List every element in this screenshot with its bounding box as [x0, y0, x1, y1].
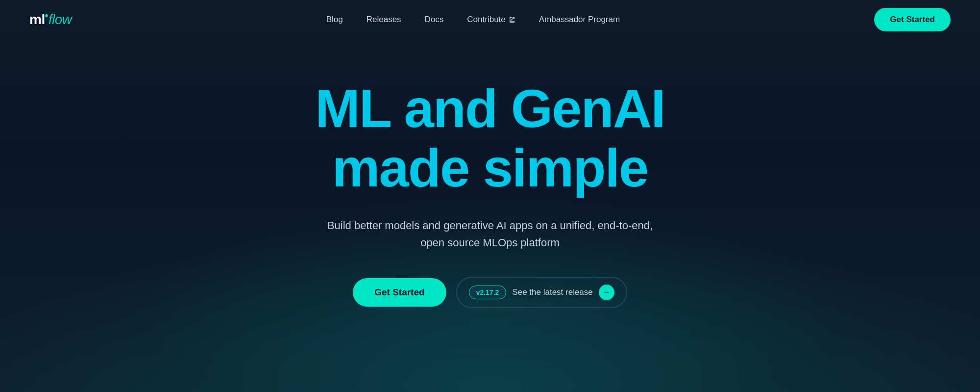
logo-flow: flow — [49, 12, 72, 27]
logo[interactable]: mlflow — [29, 12, 72, 27]
hero-buttons: Get Started v2.17.2 See the latest relea… — [353, 277, 627, 308]
hero-subtitle: Build better models and generative AI ap… — [327, 217, 653, 251]
nav-links: Blog Releases Docs Contribute Ambassador… — [326, 15, 620, 25]
nav-item-ambassador[interactable]: Ambassador Program — [539, 15, 620, 25]
nav-get-started-button[interactable]: Get Started — [874, 8, 951, 31]
nav-item-contribute[interactable]: Contribute — [467, 15, 515, 25]
version-badge: v2.17.2 — [469, 286, 507, 299]
navbar: mlflow Blog Releases Docs Contribute Amb… — [0, 0, 980, 39]
nav-link-releases[interactable]: Releases — [367, 15, 401, 24]
hero-get-started-button[interactable]: Get Started — [353, 278, 446, 307]
logo-ml: ml — [29, 12, 45, 27]
external-link-icon — [509, 16, 515, 23]
nav-link-blog[interactable]: Blog — [326, 15, 343, 24]
hero-section: ML and GenAI made simple Build better mo… — [0, 39, 980, 308]
logo-dot — [45, 14, 48, 17]
nav-item-docs[interactable]: Docs — [425, 15, 444, 25]
nav-link-docs[interactable]: Docs — [425, 15, 444, 24]
hero-title-line2: made simple — [332, 137, 648, 198]
release-label: See the latest release — [512, 287, 592, 297]
arrow-right-icon: → — [599, 285, 614, 300]
hero-title-line1: ML and GenAI — [315, 78, 664, 138]
nav-item-releases[interactable]: Releases — [367, 15, 401, 25]
hero-title: ML and GenAI made simple — [315, 78, 664, 197]
nav-item-blog[interactable]: Blog — [326, 15, 343, 25]
nav-link-ambassador[interactable]: Ambassador Program — [539, 15, 620, 24]
nav-link-contribute[interactable]: Contribute — [467, 15, 515, 25]
release-button[interactable]: v2.17.2 See the latest release → — [456, 277, 627, 308]
